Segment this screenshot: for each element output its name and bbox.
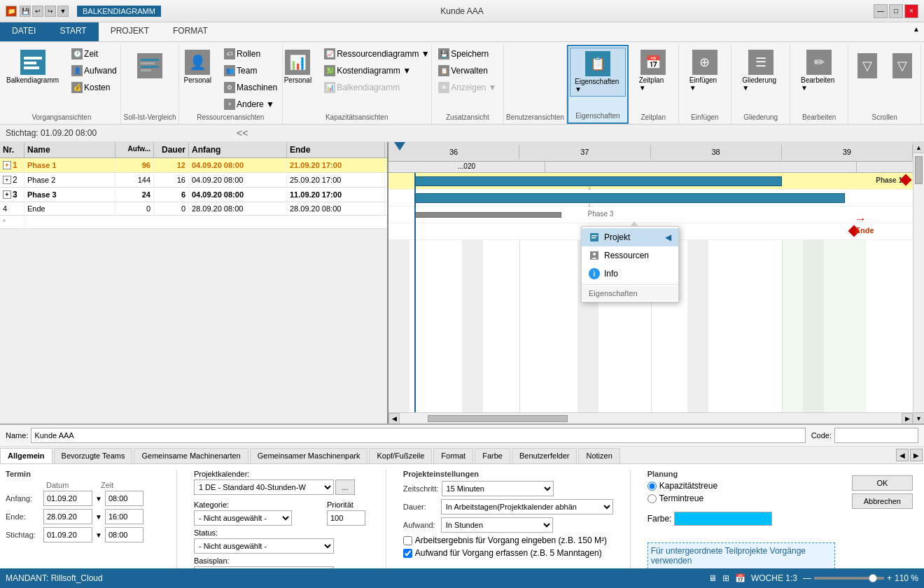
btn-balkendiagramm[interactable]: Balkendiagramm: [1, 46, 64, 88]
table-row[interactable]: + 1 Phase 1 96 12 04.09.20 08:00 21.09.2…: [0, 158, 387, 173]
minimize-button[interactable]: —: [874, 4, 888, 18]
btn-maschinen[interactable]: ⚙ Maschinen: [220, 80, 281, 95]
zeitschritt-select[interactable]: 15 Minuten: [442, 481, 554, 496]
scroll-up-btn[interactable]: ▲: [913, 142, 924, 153]
btn-filter1[interactable]: ▽: [850, 46, 884, 87]
projektkalender-btn[interactable]: ...: [335, 479, 355, 495]
btn-speichern[interactable]: 💾 Speichern: [435, 46, 500, 62]
btn-einfuegen[interactable]: ⊕ Einfügen ▼: [685, 46, 725, 95]
btn-personal[interactable]: 👤 Personal: [179, 46, 216, 88]
btn-eigenschaften[interactable]: 📋 Eigenschaften ▼: [570, 48, 626, 97]
btn-zeitplan[interactable]: 📅 Zeitplan ▼: [634, 46, 673, 95]
more-icon[interactable]: ▼: [57, 6, 69, 17]
btn-kostendiagramm[interactable]: 💹 Kostendiagramm ▼: [321, 63, 433, 78]
btn-anzeigen[interactable]: 👁 Anzeigen ▼: [435, 80, 500, 95]
abbrechen-button[interactable]: Abbrechen: [852, 493, 913, 509]
zoom-minus[interactable]: —: [803, 573, 811, 583]
ende-date[interactable]: [43, 509, 92, 524]
tab-allgemein[interactable]: Allgemein: [0, 448, 52, 463]
tab-nav-right[interactable]: ▶: [910, 449, 923, 461]
table-row[interactable]: + 2 Phase 2 144 16 04.09.20 08:00 25.09.…: [0, 173, 387, 188]
aufwand-form-label: Aufwand:: [403, 521, 438, 529]
ende-time[interactable]: [105, 509, 144, 524]
scroll-right-btn[interactable]: ▶: [902, 413, 913, 424]
tab-gemeinsame-machinenarten[interactable]: Gemeinsame Machinenarten: [134, 448, 248, 463]
tab-bevorzugte-teams[interactable]: Bevorzugte Teams: [54, 448, 133, 463]
btn-gliederung[interactable]: ☰ Gliederung ▼: [737, 46, 784, 95]
btn-zeit[interactable]: 🕐 Zeit: [68, 46, 120, 62]
anfang-time[interactable]: [105, 491, 144, 506]
radio-kapazitaetstreue-input[interactable]: [648, 482, 657, 491]
h-scrollbar[interactable]: ◀ ▶: [388, 412, 913, 424]
table-row-star[interactable]: *: [0, 216, 387, 229]
tab-projekt[interactable]: PROJEKT: [99, 22, 161, 41]
ok-button[interactable]: OK: [852, 475, 913, 491]
zoom-slider-track[interactable]: [814, 577, 884, 580]
projektkalender-select[interactable]: 1 DE - Standard 40-Stunden-W: [194, 479, 334, 495]
redo-icon[interactable]: ↪: [45, 6, 56, 17]
gantt-collapse-btn[interactable]: <<: [237, 127, 248, 139]
btn-soll-ist[interactable]: [132, 46, 167, 87]
scroll-down-btn[interactable]: ▼: [913, 412, 924, 424]
tab-kopf-fusszeile[interactable]: Kopf/Fußzeile: [369, 448, 432, 463]
btn-andere[interactable]: + Andere ▼: [220, 97, 281, 112]
tab-farbe[interactable]: Farbe: [475, 448, 510, 463]
expand-btn-2[interactable]: +: [3, 176, 11, 184]
tab-maschinenpark[interactable]: Gemeinsamer Maschinenpark: [250, 448, 368, 463]
balkendiagramm-label: Balkendiagramm: [6, 76, 59, 84]
menu-item-projekt[interactable]: Projekt ◀: [582, 228, 678, 246]
btn-team[interactable]: 👥 Team: [220, 63, 281, 78]
ribbon-collapse-btn[interactable]: ▲: [909, 22, 924, 41]
v-scrollbar[interactable]: ▲ ▼: [913, 142, 924, 424]
menu-item-info[interactable]: i Info: [582, 265, 678, 283]
btn-verwalten[interactable]: 📋 Verwalten: [435, 63, 500, 78]
scroll-left-btn[interactable]: ◀: [388, 413, 400, 424]
dauer-select[interactable]: In Arbeitstagen(Projektkalender abhän: [441, 499, 613, 514]
row2-name: Phase 2: [24, 174, 115, 186]
tab-format[interactable]: Format: [433, 448, 473, 463]
current-date-diamond: [902, 176, 910, 184]
check1-checkbox[interactable]: [403, 536, 412, 545]
aufwand-select[interactable]: In Stunden: [441, 517, 553, 533]
status-select[interactable]: - Nicht ausgewählt -: [194, 538, 334, 554]
prioritaet-input[interactable]: [327, 510, 365, 526]
zoom-plus[interactable]: +: [887, 573, 892, 583]
tab-benutzerfelder[interactable]: Benutzerfelder: [512, 448, 578, 463]
zoom-slider-thumb[interactable]: [869, 574, 877, 582]
tab-datei[interactable]: DATEI: [0, 22, 48, 41]
table-row[interactable]: + 3 Phase 3 24 6 04.09.20 08:00 11.09.20…: [0, 188, 387, 202]
table-row[interactable]: 4 Ende 0 0 28.09.20 08:00 28.09.20 08:00: [0, 202, 387, 216]
anfang-date[interactable]: [43, 491, 92, 506]
btn-ressourcendiagramm[interactable]: 📈 Ressourcendiagramm ▼: [321, 46, 433, 62]
tab-notizen[interactable]: Notizen: [578, 448, 620, 463]
menu-item-ressourcen[interactable]: Ressourcen: [582, 246, 678, 265]
btn-balken-kap[interactable]: 📊 Balkendiagramm: [321, 80, 433, 95]
maximize-button[interactable]: □: [889, 4, 903, 18]
stichtag-date[interactable]: [43, 527, 92, 542]
btn-rollen[interactable]: 🏷 Rollen: [220, 46, 281, 62]
check2-checkbox[interactable]: [403, 549, 412, 558]
tab-format[interactable]: FORMAT: [161, 22, 220, 41]
scale-cell-37: 37: [519, 145, 650, 159]
btn-kosten[interactable]: 💰 Kosten: [68, 80, 120, 95]
save-icon[interactable]: 💾: [20, 6, 31, 17]
tab-nav-left[interactable]: ◀: [896, 449, 909, 461]
close-button[interactable]: ×: [904, 4, 918, 18]
btn-kapazitaet-personal[interactable]: 📊 Personal: [279, 46, 316, 88]
task-table: Nr. Name Aufw... Dauer Anfang Ende + 1 P…: [0, 142, 388, 424]
kategorie-select[interactable]: - Nicht ausgewählt -: [194, 510, 292, 526]
bar-phase1: [414, 176, 781, 186]
tab-start[interactable]: START: [48, 22, 98, 41]
radio-termintreue-input[interactable]: [648, 494, 657, 503]
stichtag-time[interactable]: [105, 527, 144, 542]
expand-btn-1[interactable]: +: [3, 161, 11, 169]
code-input[interactable]: [834, 428, 918, 443]
expand-btn-3[interactable]: +: [3, 190, 11, 199]
undo-icon[interactable]: ↩: [32, 6, 43, 17]
name-input[interactable]: [31, 428, 805, 443]
btn-filter2[interactable]: ▽: [886, 46, 919, 87]
farbe-color-picker[interactable]: [674, 512, 772, 526]
btn-aufwand[interactable]: 👤 Aufwand: [68, 63, 120, 78]
btn-bearbeiten[interactable]: ✏ Bearbeiten ▼: [796, 46, 842, 95]
svg-rect-3: [141, 59, 159, 61]
